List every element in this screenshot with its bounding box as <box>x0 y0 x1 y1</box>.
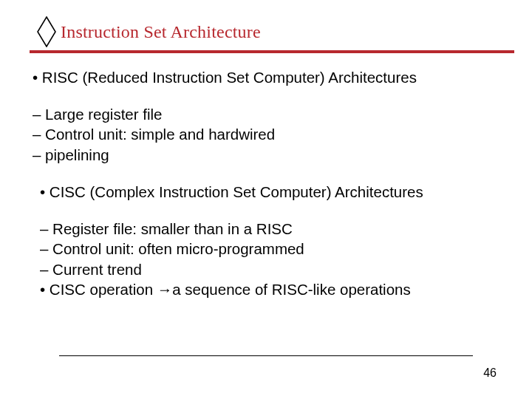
body-line: – pipelining <box>33 146 499 165</box>
title-underline <box>30 50 514 53</box>
body-line: – Current trend <box>33 260 499 279</box>
page-number: 46 <box>483 366 497 380</box>
svg-marker-0 <box>38 17 55 47</box>
slide-title: Instruction Set Architecture <box>61 22 261 42</box>
body-line: • CISC operation →a sequence of RISC‐lik… <box>33 280 499 299</box>
body-line: • RISC (Reduced Instruction Set Computer… <box>33 68 499 87</box>
body-line: – Register file: smaller than in a RISC <box>33 219 499 239</box>
body-line: – Control unit: simple and hardwired <box>33 125 499 144</box>
footer-rule <box>59 355 473 357</box>
slide-body: • RISC (Reduced Instruction Set Computer… <box>33 68 499 300</box>
diamond-bullet-icon <box>37 16 56 47</box>
body-line: • CISC (Complex Instruction Set Computer… <box>33 183 499 202</box>
body-line: – Large register file <box>33 105 499 124</box>
body-line: – Control unit: often micro‐programmed <box>33 239 499 259</box>
